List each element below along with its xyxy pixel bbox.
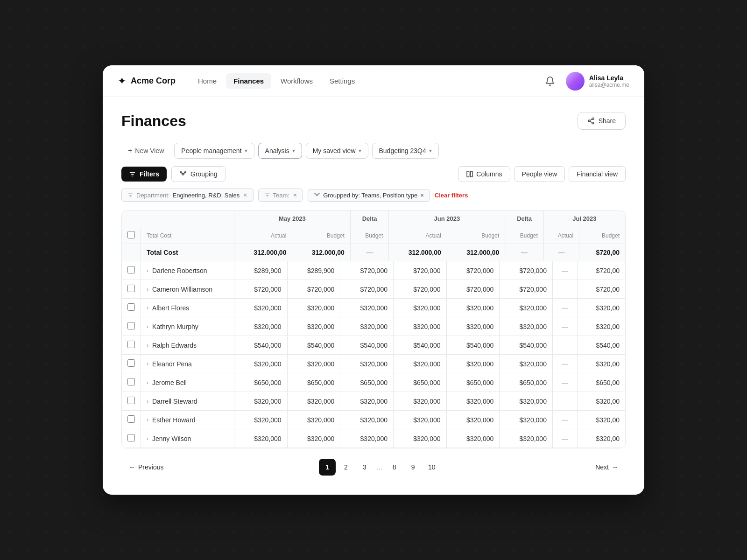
row-2-val-7: $320,00 <box>578 299 625 317</box>
expand-arrow-3[interactable]: › <box>147 323 148 330</box>
row-checkbox-9[interactable] <box>127 434 135 441</box>
row-6-val-5: $650,000 <box>500 373 553 392</box>
expand-arrow-4[interactable]: › <box>147 342 148 349</box>
tab-analysis[interactable]: Analysis ▾ <box>258 143 302 159</box>
previous-label: Previous <box>138 463 163 471</box>
expand-arrow-7[interactable]: › <box>147 398 148 405</box>
tab-budgeting[interactable]: Budgeting 23Q4 ▾ <box>372 143 439 159</box>
total-jun-budget: 312.000,00 <box>447 244 505 261</box>
delta1-header: Delta <box>350 210 389 227</box>
row-6-val-0: $650,000 <box>234 373 288 392</box>
may-budget-header: Budget <box>292 227 350 244</box>
columns-button[interactable]: Columns <box>458 166 510 182</box>
people-view-button[interactable]: People view <box>514 166 565 182</box>
tab-my-saved-view[interactable]: My saved view ▾ <box>306 143 368 159</box>
jun-actual-header: Actual <box>389 227 447 244</box>
row-0-val-3: $720,000 <box>393 261 446 280</box>
svg-line-11 <box>181 173 182 173</box>
row-1-val-0: $720,000 <box>234 280 288 299</box>
page-num-3[interactable]: 3 <box>356 459 373 476</box>
row-checkbox-7[interactable] <box>127 397 135 404</box>
pagination: ← Previous 123...8910 Next → <box>121 450 626 476</box>
page-num-8[interactable]: 8 <box>386 459 403 476</box>
expand-arrow-0[interactable]: › <box>147 267 148 274</box>
expand-arrow-1[interactable]: › <box>147 286 148 293</box>
expand-arrow-9[interactable]: › <box>147 435 148 442</box>
row-check-cell <box>122 261 141 280</box>
select-all-checkbox[interactable] <box>127 231 135 238</box>
row-check-cell <box>122 392 141 411</box>
row-3-val-3: $320,000 <box>393 317 446 336</box>
row-checkbox-6[interactable] <box>127 378 135 385</box>
person-name-4: Ralph Edwards <box>152 342 197 349</box>
expand-arrow-8[interactable]: › <box>147 417 148 423</box>
filter-tag-team: Team: × <box>258 189 303 202</box>
table-row: › Kathryn Murphy $320,000$320,000$320,00… <box>122 317 625 336</box>
nav-settings[interactable]: Settings <box>322 73 362 89</box>
row-checkbox-3[interactable] <box>127 322 135 329</box>
person-name-9: Jenny Wilson <box>152 435 191 442</box>
row-name-cell-6: › Jerome Bell <box>141 373 234 392</box>
previous-button[interactable]: ← Previous <box>121 460 171 475</box>
remove-dept-filter[interactable]: × <box>243 191 247 199</box>
remove-team-filter[interactable]: × <box>293 191 297 199</box>
grouping-button[interactable]: Grouping <box>171 166 226 182</box>
row-checkbox-2[interactable] <box>127 303 135 311</box>
expand-arrow-2[interactable]: › <box>147 305 148 311</box>
row-2-val-6: — <box>552 299 577 317</box>
row-0-val-4: $720,000 <box>446 261 500 280</box>
row-7-val-1: $320,000 <box>287 392 340 411</box>
total-cost-header: Total Cost <box>141 227 234 244</box>
expand-arrow-5[interactable]: › <box>147 361 148 367</box>
page-num-1[interactable]: 1 <box>319 459 336 476</box>
row-0-val-7: $720,00 <box>578 261 625 280</box>
row-name-cell-7: › Darrell Steward <box>141 392 234 411</box>
new-view-button[interactable]: + New View <box>121 143 170 159</box>
month-group-header-row: May 2023 Delta Jun 2023 Delta Jul 2023 <box>122 210 625 227</box>
nav-home[interactable]: Home <box>190 73 224 89</box>
filters-label: Filters <box>140 170 159 178</box>
row-1-val-4: $720,000 <box>446 280 500 299</box>
row-2-val-4: $320,000 <box>446 299 500 317</box>
row-check-cell <box>122 336 141 355</box>
table-row: › Esther Howard $320,000$320,000$320,000… <box>122 411 625 429</box>
next-button[interactable]: Next → <box>588 460 626 475</box>
main-content: Finances Share + New View People managem… <box>103 97 644 490</box>
nav-workflows[interactable]: Workflows <box>273 73 320 89</box>
chevron-icon: ▾ <box>245 147 247 154</box>
row-checkbox-4[interactable] <box>127 341 135 348</box>
svg-line-24 <box>315 194 317 195</box>
row-2-val-2: $320,000 <box>340 299 394 317</box>
total-check-cell <box>122 244 141 261</box>
row-checkbox-8[interactable] <box>127 415 135 423</box>
row-2-val-5: $320,000 <box>500 299 553 317</box>
share-button[interactable]: Share <box>578 112 626 130</box>
row-checkbox-1[interactable] <box>127 285 135 292</box>
logo-icon: ✦ <box>118 75 126 87</box>
row-9-val-7: $320,00 <box>578 429 625 448</box>
checkbox-col-header <box>122 227 141 244</box>
row-9-val-2: $320,000 <box>340 429 394 448</box>
share-icon <box>587 117 595 125</box>
data-table-wrapper: May 2023 Delta Jun 2023 Delta Jul 2023 T… <box>121 210 626 448</box>
row-9-val-6: — <box>552 429 577 448</box>
page-num-2[interactable]: 2 <box>338 459 354 476</box>
remove-grouped-filter[interactable]: × <box>420 192 424 199</box>
chevron-icon: ▾ <box>359 147 361 154</box>
bell-icon[interactable] <box>542 73 558 90</box>
expand-arrow-6[interactable]: › <box>147 379 148 386</box>
row-checkbox-5[interactable] <box>127 359 135 367</box>
nav-finances[interactable]: Finances <box>226 73 271 89</box>
filters-button[interactable]: Filters <box>121 167 167 182</box>
clear-filters-button[interactable]: Clear filters <box>435 192 468 199</box>
tab-people-management[interactable]: People management ▾ <box>174 143 254 159</box>
total-jul-actual: — <box>543 244 579 261</box>
row-3-val-5: $320,000 <box>500 317 553 336</box>
row-0-val-6: — <box>552 261 577 280</box>
page-num-10[interactable]: 10 <box>423 459 440 476</box>
app-container: ✦ Acme Corp Home Finances Workflows Sett… <box>103 65 644 495</box>
financial-view-button[interactable]: Financial view <box>569 166 626 182</box>
page-num-9[interactable]: 9 <box>405 459 422 476</box>
row-checkbox-0[interactable] <box>127 266 135 273</box>
share-label: Share <box>599 117 616 125</box>
